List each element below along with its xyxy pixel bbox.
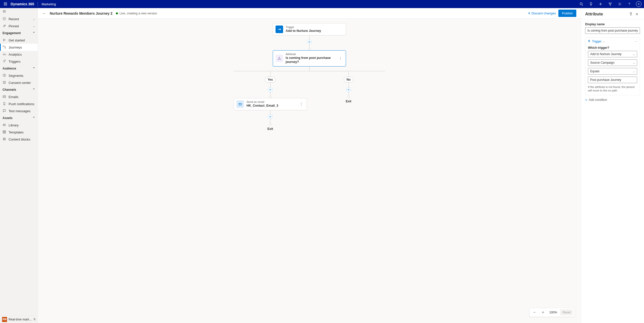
add-step-button[interactable]: + xyxy=(268,114,273,119)
clock-icon xyxy=(3,17,7,21)
publish-button[interactable]: Publish xyxy=(558,10,576,17)
brand-name[interactable]: Dynamics 365 xyxy=(11,2,34,6)
search-icon[interactable] xyxy=(577,0,586,8)
delete-icon[interactable] xyxy=(628,12,634,16)
svg-rect-3 xyxy=(4,4,5,4)
sidebar-item-triggers[interactable]: Triggers xyxy=(0,58,38,65)
sidebar-item-pinned[interactable]: Pinned ⌄ xyxy=(0,22,38,30)
updown-icon: ⇅ xyxy=(33,318,36,321)
user-avatar[interactable]: # xyxy=(636,1,641,7)
chevron-down-icon: ⌄ xyxy=(633,70,635,73)
sidebar-item-label: Text messages xyxy=(9,109,35,113)
mail-icon xyxy=(3,95,7,99)
sidebar-group-engagement[interactable]: Engagement ⌃ xyxy=(0,30,38,37)
close-icon[interactable]: ✕ xyxy=(634,12,640,16)
svg-rect-1 xyxy=(5,3,6,3)
node-menu-icon[interactable]: ⋮ xyxy=(338,56,343,60)
node-title: Add to Nurture Journey xyxy=(286,29,343,33)
chevron-up-icon: ⌃ xyxy=(33,116,35,120)
sidebar-item-push[interactable]: Push notifications xyxy=(0,100,38,107)
chevron-down-icon: ⌄ xyxy=(33,25,35,28)
consent-icon xyxy=(3,81,7,85)
lightbulb-icon[interactable] xyxy=(586,0,596,8)
hamburger-icon[interactable] xyxy=(3,10,8,14)
sidebar-item-label: Segments xyxy=(9,74,35,78)
sidebar-item-get-started[interactable]: Get started xyxy=(0,37,38,44)
email-node[interactable]: Send an email HK_Contact_Email_3 ⋮ xyxy=(234,98,307,110)
node-menu-icon[interactable]: ⋮ xyxy=(299,102,304,106)
value-input[interactable] xyxy=(588,77,637,83)
close-icon: ✕ xyxy=(528,11,531,15)
node-type-label: Attribute xyxy=(286,53,338,56)
trigger-icon xyxy=(3,59,7,64)
gear-icon[interactable] xyxy=(615,0,624,8)
branch-pill-yes[interactable]: Yes xyxy=(265,77,276,83)
svg-rect-6 xyxy=(4,5,5,6)
sidebar-item-label: Pinned xyxy=(9,24,33,28)
which-trigger-label: Which trigger? xyxy=(588,46,637,50)
exit-label: Exit xyxy=(267,127,273,131)
connector-line xyxy=(270,119,270,123)
library-icon xyxy=(3,123,7,127)
attribute-icon xyxy=(276,55,283,62)
module-name[interactable]: Marketing xyxy=(41,2,56,6)
sidebar-item-label: Library xyxy=(9,123,35,127)
sidebar-item-label: Content blocks xyxy=(9,137,35,141)
condition-header[interactable]: Trigger ⌄ ⋯ xyxy=(585,38,640,45)
condition-menu-icon[interactable]: ⋯ xyxy=(635,40,638,43)
sidebar-item-library[interactable]: Library xyxy=(0,122,38,129)
sidebar-item-label: Templates xyxy=(9,130,35,134)
display-name-input[interactable] xyxy=(585,27,640,34)
svg-point-18 xyxy=(3,45,4,47)
sidebar-group-channels[interactable]: Channels ⌃ xyxy=(0,86,38,93)
zoom-reset-button[interactable]: Reset xyxy=(560,309,573,315)
add-step-button[interactable]: + xyxy=(307,39,312,44)
connector-line xyxy=(349,92,349,96)
trigger-dropdown[interactable]: Add to Nurture Journey ⌄ xyxy=(588,51,637,57)
sidebar-item-recent[interactable]: Recent ⌄ xyxy=(0,15,38,22)
no-branch: No + Exit xyxy=(312,71,385,131)
back-arrow-icon[interactable]: ← xyxy=(42,11,46,15)
journey-canvas[interactable]: Trigger Add to Nurture Journey + xyxy=(38,19,581,323)
connector-dot xyxy=(348,96,350,98)
zoom-out-button[interactable]: − xyxy=(531,309,538,316)
operator-dropdown[interactable]: Equals ⌄ xyxy=(588,68,637,75)
trigger-node[interactable]: Trigger Add to Nurture Journey xyxy=(273,23,346,35)
attribute-node[interactable]: Attribute Is coming from post purchase j… xyxy=(273,50,346,66)
svg-point-31 xyxy=(5,139,6,140)
app-launcher-icon[interactable] xyxy=(3,1,9,7)
zoom-in-button[interactable]: + xyxy=(540,309,546,316)
svg-point-13 xyxy=(619,4,620,5)
connector-line xyxy=(270,83,270,87)
svg-point-9 xyxy=(580,3,582,5)
exit-label: Exit xyxy=(346,100,351,103)
discard-changes-button[interactable]: ✕ Discard changes xyxy=(528,11,556,15)
help-icon[interactable] xyxy=(625,0,634,8)
pin-icon xyxy=(3,24,7,28)
add-condition-button[interactable]: + Add condition xyxy=(585,98,640,102)
node-title: HK_Contact_Email_3 xyxy=(246,104,299,108)
sidebar-area-switcher[interactable]: RM Real-time marketi... ⇅ xyxy=(0,315,38,323)
add-icon[interactable] xyxy=(596,0,605,8)
sidebar-group-audience[interactable]: Audience ⌃ xyxy=(0,65,38,72)
help-text: If the attribute is not found, the perso… xyxy=(588,85,637,93)
sidebar-item-text[interactable]: Text messages xyxy=(0,107,38,114)
sidebar-item-consent-center[interactable]: Consent center xyxy=(0,79,38,86)
branch-pill-no[interactable]: No xyxy=(344,77,353,83)
bolt-icon xyxy=(587,39,591,43)
page-header: ← Nurture Rewards Members Journey 2 Live… xyxy=(38,8,581,19)
sidebar-item-analytics[interactable]: Analytics xyxy=(0,51,38,58)
filter-icon[interactable] xyxy=(606,0,615,8)
sidebar-item-emails[interactable]: Emails xyxy=(0,93,38,100)
sidebar-item-journeys[interactable]: Journeys xyxy=(0,44,38,51)
field-dropdown[interactable]: Source Campaign ⌄ xyxy=(588,59,637,66)
sidebar-item-content-blocks[interactable]: Content blocks xyxy=(0,136,38,143)
add-step-button[interactable]: + xyxy=(346,87,351,92)
add-step-button[interactable]: + xyxy=(268,87,273,92)
sidebar-item-segments[interactable]: Segments xyxy=(0,72,38,79)
condition-group: Trigger ⌄ ⋯ Which trigger? Add to Nurtur… xyxy=(585,37,640,95)
svg-point-24 xyxy=(4,104,5,105)
sidebar-group-assets[interactable]: Assets ⌃ xyxy=(0,114,38,122)
svg-rect-27 xyxy=(5,132,6,133)
sidebar-item-templates[interactable]: Templates xyxy=(0,129,38,136)
